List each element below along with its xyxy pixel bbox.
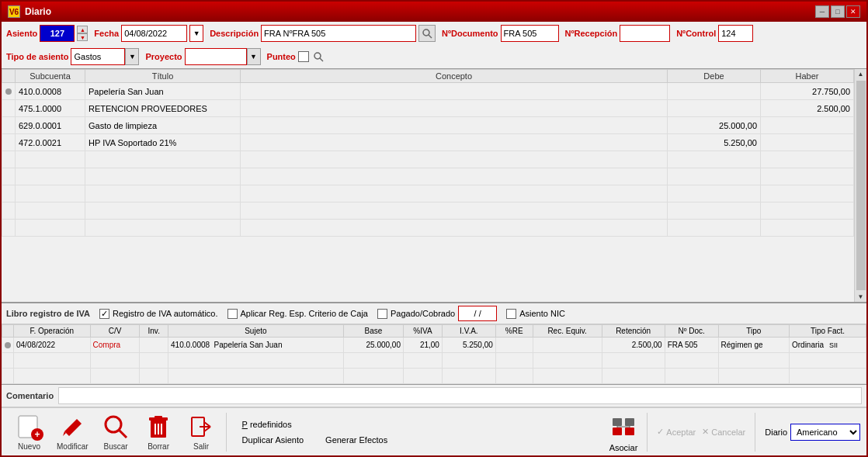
- nrorecepcion-input[interactable]: [620, 25, 670, 42]
- aceptar-button[interactable]: ✓ Aceptar: [657, 427, 696, 437]
- window-controls: ─ □ ✕: [815, 5, 860, 18]
- diario-select[interactable]: Americano: [790, 424, 860, 441]
- asiento-nic-checkbox[interactable]: [506, 309, 516, 319]
- iva-table: F. Operación C/V Inv. Sujeto Base %IVA I…: [2, 324, 866, 384]
- table-row[interactable]: 472.0.0021 HP IVA Soportado 21% 5.250,00: [2, 134, 854, 151]
- tipofact-header: Tipo Fact.: [789, 325, 866, 338]
- predefinidos-button[interactable]: Predefinidos: [236, 418, 394, 431]
- iva-inv: [140, 338, 168, 353]
- scroll-thumb[interactable]: [856, 81, 866, 290]
- tipo-asiento-label: Tipo de asiento: [6, 52, 68, 61]
- scroll-down-arrow[interactable]: ▼: [856, 292, 866, 302]
- table-row[interactable]: 475.1.0000 RETENCION PROVEEDORES 2.500,0…: [2, 100, 854, 117]
- borrar-button[interactable]: Borrar: [137, 411, 180, 452]
- table-row[interactable]: 629.0.0001 Gasto de limpieza 25.000,00: [2, 117, 854, 134]
- salir-button[interactable]: Salir: [180, 411, 223, 452]
- pagado-checkbox[interactable]: [377, 309, 387, 319]
- haber-cell: 2.500,00: [761, 100, 854, 117]
- maximize-button[interactable]: □: [831, 5, 845, 18]
- table-row[interactable]: [2, 220, 854, 237]
- iva-header: Libro registro de IVA ✓ Registro de IVA …: [2, 303, 866, 324]
- pagado-input[interactable]: / /: [458, 306, 497, 321]
- table-row[interactable]: [2, 185, 854, 203]
- concepto-cell: [241, 100, 668, 117]
- iva-title: Libro registro de IVA: [6, 309, 90, 318]
- fecha-input[interactable]: 04/08/2022: [121, 25, 187, 42]
- aplicar-checkbox[interactable]: [227, 309, 238, 319]
- nrocontrol-label: NºControl: [676, 29, 716, 38]
- predefinidos-area: Predefinidos Duplicar Asiento Generar Ef…: [230, 418, 401, 446]
- asiento-input[interactable]: 127: [40, 25, 75, 42]
- cancelar-label: Cancelar: [711, 428, 745, 437]
- subcuenta-cell: 410.0.0008: [16, 83, 85, 100]
- search-icon: [422, 28, 432, 39]
- iva-row[interactable]: [2, 353, 866, 369]
- table-row[interactable]: 410.0.0008 Papelería San Juan 27.750,00: [2, 83, 854, 100]
- table-row[interactable]: [2, 168, 854, 185]
- debe-cell: 5.250,00: [668, 134, 761, 151]
- scroll-up-arrow[interactable]: ▲: [856, 69, 866, 79]
- nuevo-label: Nuevo: [18, 442, 40, 451]
- base-header: Base: [343, 325, 403, 338]
- nrocontrol-input[interactable]: 124: [718, 25, 753, 42]
- descripcion-input[interactable]: FRA NºFRA 505: [261, 25, 416, 42]
- piva-header: %IVA: [404, 325, 443, 338]
- svg-rect-22: [613, 428, 622, 435]
- table-row[interactable]: [2, 203, 854, 220]
- iva-tipo: Régimen ge: [718, 338, 789, 353]
- asociar-button[interactable]: Asociar: [609, 412, 638, 452]
- table-row[interactable]: [2, 151, 854, 168]
- pre-header: %RE: [495, 325, 533, 338]
- toolbar-separator-2: [647, 413, 648, 452]
- nrodocumento-label: NºDocumento: [442, 29, 498, 38]
- fecha-dropdown[interactable]: ▼: [189, 25, 203, 42]
- cancelar-button[interactable]: ✕ Cancelar: [702, 427, 745, 437]
- modificar-button[interactable]: Modificar: [50, 411, 95, 452]
- modificar-icon: [58, 413, 86, 441]
- comment-section: Comentario: [2, 384, 866, 407]
- duplicar-button[interactable]: Duplicar Asiento: [236, 434, 311, 446]
- punteo-search-button[interactable]: [311, 50, 325, 64]
- upper-scrollbar[interactable]: ▲ ▼: [854, 69, 866, 302]
- tipo-header: Tipo: [718, 325, 789, 338]
- svg-rect-12: [155, 416, 162, 419]
- svg-point-0: [423, 29, 429, 36]
- asiento-spinners: ▲ ▼: [77, 26, 88, 41]
- asiento-nic-group: Asiento NIC: [506, 309, 565, 319]
- registro-auto-checkbox[interactable]: ✓: [99, 309, 109, 319]
- proyecto-dropdown[interactable]: ▼: [247, 48, 261, 65]
- iva-section: Libro registro de IVA ✓ Registro de IVA …: [2, 303, 866, 384]
- buscar-label: Buscar: [104, 442, 128, 451]
- iva-pre: [495, 338, 533, 353]
- punteo-group: Punteo: [267, 50, 325, 64]
- iva-retencion: 2.500,00: [602, 338, 665, 353]
- retencion-header: Retención: [602, 325, 665, 338]
- diario-label: Diario: [765, 428, 787, 437]
- tipo-asiento-dropdown[interactable]: ▼: [125, 48, 139, 65]
- debe-cell: [668, 100, 761, 117]
- buscar-button[interactable]: Buscar: [95, 411, 137, 452]
- upper-table[interactable]: Subcuenta Título Concepto Debe Haber 410…: [2, 69, 866, 303]
- close-button[interactable]: ✕: [846, 5, 860, 18]
- descripcion-search-button[interactable]: [418, 25, 436, 42]
- tipo-asiento-input[interactable]: Gastos: [71, 48, 125, 65]
- punteo-checkbox[interactable]: [298, 51, 309, 62]
- borrar-label: Borrar: [148, 442, 169, 451]
- nrodocumento-input[interactable]: FRA 505: [501, 25, 559, 42]
- iva-row[interactable]: 04/08/2022 Compra 410.0.0008 Papelería S…: [2, 338, 866, 353]
- nuevo-button[interactable]: + Nuevo: [8, 411, 50, 452]
- asiento-up[interactable]: ▲: [77, 26, 88, 33]
- svg-rect-20: [613, 418, 622, 426]
- entries-table: Subcuenta Título Concepto Debe Haber 410…: [2, 69, 854, 237]
- debe-cell: 25.000,00: [668, 117, 761, 134]
- minimize-button[interactable]: ─: [815, 5, 829, 18]
- asiento-down[interactable]: ▼: [77, 33, 88, 41]
- iva-row[interactable]: [2, 369, 866, 384]
- comment-input[interactable]: [58, 387, 862, 404]
- punteo-label: Punteo: [267, 52, 296, 61]
- proyecto-input[interactable]: [185, 48, 247, 65]
- pagado-group: Pagado/Cobrado / /: [377, 306, 497, 321]
- iva-tipofact: Ordinaria SII: [789, 338, 866, 353]
- iva-nrodoc: FRA 505: [665, 338, 718, 353]
- generar-button[interactable]: Generar Efectos: [319, 434, 394, 446]
